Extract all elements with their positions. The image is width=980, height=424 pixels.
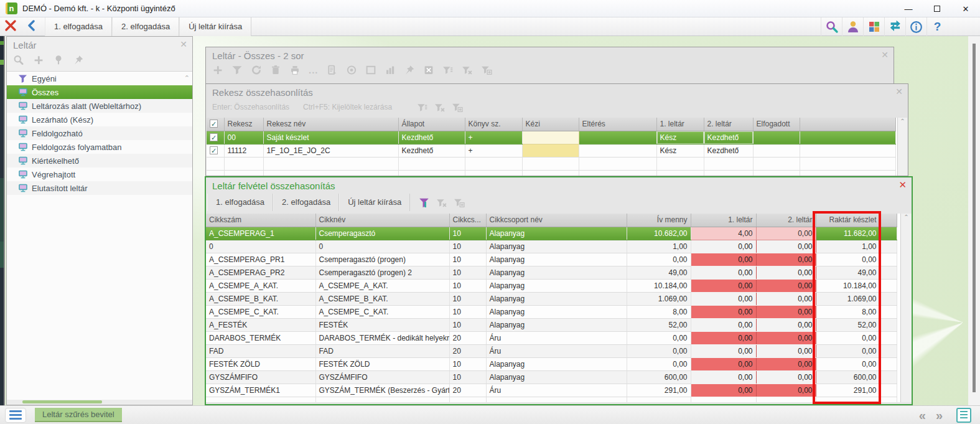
felvetel-cell[interactable]: 291,00 bbox=[816, 384, 880, 397]
add-icon[interactable] bbox=[212, 65, 223, 75]
felvetel-cell[interactable]: 4,00 bbox=[691, 227, 756, 240]
felvetel-cell[interactable]: FESTÉK ZÖLD bbox=[206, 357, 315, 370]
rekesz-cell[interactable] bbox=[800, 144, 895, 157]
felvetel-row[interactable]: A_CSEMPE_C_KAT.A_CSEMPE_C_KAT.10Alapanya… bbox=[206, 305, 897, 318]
delete-icon[interactable] bbox=[270, 65, 281, 75]
felvetel-cell[interactable]: 10 bbox=[449, 292, 486, 305]
page-prev-button[interactable]: « bbox=[919, 408, 926, 423]
felvetel-col-header[interactable]: Cikkcs... bbox=[449, 214, 486, 227]
rekesz-col-header[interactable]: 1. leltár bbox=[656, 118, 704, 131]
felvetel-cell[interactable]: 10 bbox=[449, 305, 486, 318]
felvetel-cell[interactable]: 0,00 bbox=[756, 279, 816, 292]
felvetel-cell[interactable]: 0,00 bbox=[691, 370, 756, 384]
filter-rows-icon[interactable] bbox=[417, 102, 428, 112]
felvetel-cell[interactable] bbox=[880, 305, 897, 318]
felvetel-cell[interactable]: FAD bbox=[315, 344, 449, 357]
toolbar-tab-2[interactable]: 2. elfogadása bbox=[112, 17, 179, 36]
felvetel-cell[interactable]: 20 bbox=[449, 384, 486, 397]
filter-add-icon[interactable] bbox=[454, 197, 465, 207]
apps-button[interactable] bbox=[863, 17, 884, 36]
felvetel-cell[interactable]: Alapanyag bbox=[486, 292, 627, 305]
felvetel-cell[interactable]: A_CSEMPERAG_1 bbox=[206, 227, 315, 240]
felvetel-cell[interactable]: 10 bbox=[449, 318, 486, 331]
felvetel-row[interactable]: A_CSEMPERAG_1Csemperagasztó10Alapanyag10… bbox=[206, 227, 897, 240]
felvetel-cell[interactable]: 0,00 bbox=[691, 384, 756, 397]
rekesz-select-all[interactable]: ✓ bbox=[207, 118, 224, 131]
felvetel-cell[interactable] bbox=[880, 227, 897, 240]
felvetel-cell[interactable]: 0 bbox=[206, 240, 315, 253]
felvetel-cell[interactable]: A_CSEMPE_A_KAT. bbox=[206, 279, 315, 292]
felvetel-col-header[interactable]: Cikknév bbox=[315, 214, 449, 227]
filter-icon[interactable] bbox=[231, 65, 243, 75]
felvetel-cell[interactable]: 20 bbox=[449, 331, 486, 344]
felvetel-cell[interactable]: 0,00 bbox=[691, 292, 756, 305]
felvetel-cell[interactable]: A_FESTÉK bbox=[206, 318, 315, 331]
window-icon[interactable] bbox=[365, 65, 376, 75]
rekesz-cell[interactable]: Kész bbox=[656, 131, 704, 144]
felvetel-col-header[interactable]: Cikkszám bbox=[206, 214, 315, 227]
felvetel-cell[interactable]: 52,00 bbox=[816, 318, 880, 331]
rekesz-vscrollbar[interactable]: ⌃ bbox=[897, 118, 907, 176]
felvetel-cell[interactable]: A_CSEMPERAG_PR1 bbox=[206, 253, 315, 266]
rekesz-cell[interactable]: Kezdhető bbox=[398, 144, 465, 157]
felvetel-cell[interactable]: DARABOS_TERMÉK - dedikált helyekr bbox=[315, 331, 449, 344]
filter-rows-icon[interactable] bbox=[442, 65, 454, 75]
felvetel-cell[interactable]: 0,00 bbox=[691, 305, 756, 318]
felvetel-cell[interactable]: Alapanyag bbox=[486, 279, 627, 292]
felvetel-cell[interactable]: 0,00 bbox=[756, 253, 816, 266]
felvetel-button-1[interactable]: 1. elfogadása bbox=[207, 194, 273, 211]
felvetel-cell[interactable]: 0,00 bbox=[816, 331, 880, 344]
sidebar-item-7[interactable]: Végrehajtott bbox=[7, 167, 192, 181]
felvetel-cell[interactable]: 52,00 bbox=[627, 318, 691, 331]
rekesz-cell[interactable] bbox=[800, 131, 895, 144]
felvetel-cell[interactable]: GYSZÁMFIFO bbox=[206, 370, 315, 384]
rekesz-cell[interactable] bbox=[753, 144, 800, 157]
info-button[interactable] bbox=[905, 17, 926, 36]
abort-button[interactable] bbox=[0, 19, 21, 34]
felvetel-cell[interactable] bbox=[880, 384, 897, 397]
maximize-button[interactable] bbox=[923, 0, 951, 17]
screen-vscrollbar[interactable] bbox=[968, 36, 980, 405]
felvetel-col-header[interactable]: Cikkcsoport név bbox=[486, 214, 627, 227]
filter-clear-icon[interactable] bbox=[436, 197, 447, 207]
felvetel-cell[interactable]: A_CSEMPE_C_KAT. bbox=[315, 305, 449, 318]
felvetel-cell[interactable]: 10.184,00 bbox=[627, 279, 691, 292]
felvetel-cell[interactable]: 10 bbox=[449, 370, 486, 384]
rekesz-scroll-up-icon[interactable]: ⌃ bbox=[900, 118, 905, 125]
felvetel-cell[interactable]: 0,00 bbox=[756, 331, 816, 344]
felvetel-cell[interactable]: 10 bbox=[449, 266, 486, 279]
felvetel-cell[interactable] bbox=[880, 370, 897, 384]
felvetel-cell[interactable]: 1.069,00 bbox=[627, 292, 691, 305]
sidebar-item-6[interactable]: Kiértékelhető bbox=[7, 154, 192, 167]
felvetel-cell[interactable]: 600,00 bbox=[627, 370, 691, 384]
felvetel-cell[interactable]: 0,00 bbox=[627, 357, 691, 370]
felvetel-col-header[interactable]: 1. leltár bbox=[691, 214, 756, 227]
rekesz-cell[interactable] bbox=[753, 131, 800, 144]
felvetel-cell[interactable] bbox=[880, 240, 897, 253]
rekesz-cell[interactable]: 11112 bbox=[224, 144, 263, 157]
felvetel-row[interactable]: A_CSEMPERAG_PR1Csemperagasztó (progen)10… bbox=[206, 253, 897, 266]
felvetel-cell[interactable]: Alapanyag bbox=[486, 253, 627, 266]
felvetel-button-2[interactable]: 2. elfogadása bbox=[273, 194, 339, 211]
felvetel-cell[interactable]: 0,00 bbox=[756, 357, 816, 370]
felvetel-cell[interactable]: Alapanyag bbox=[486, 227, 627, 240]
filter-clear-icon[interactable] bbox=[434, 102, 446, 112]
felvetel-cell[interactable]: 10 bbox=[449, 227, 486, 240]
felvetel-cell[interactable]: 20 bbox=[449, 344, 486, 357]
sidebar-hscrollbar[interactable] bbox=[7, 400, 192, 404]
felvetel-row[interactable]: DARABOS_TERMÉKDARABOS_TERMÉK - dedikált … bbox=[206, 331, 897, 344]
rekesz-col-header[interactable]: Rekesz név bbox=[263, 118, 398, 131]
toolbar-tab-3[interactable]: Új leltár kiírása bbox=[179, 17, 251, 36]
felvetel-cell[interactable]: 0,00 bbox=[756, 344, 816, 357]
sidebar-item-2[interactable]: Leltározás alatt (Webleltárhoz) bbox=[7, 99, 192, 113]
felvetel-cell[interactable] bbox=[880, 279, 897, 292]
sidebar-scroll-up-icon[interactable]: ⌃ bbox=[184, 74, 190, 82]
rekesz-close-icon[interactable]: ✕ bbox=[895, 87, 903, 96]
sidebar-close-icon[interactable]: ✕ bbox=[180, 40, 187, 49]
felvetel-cell[interactable]: 10.184,00 bbox=[816, 279, 880, 292]
toolbar-tab-1[interactable]: 1. elfogadása bbox=[45, 17, 112, 36]
felvetel-cell[interactable]: 0,00 bbox=[627, 344, 691, 357]
felvetel-cell[interactable]: Áru bbox=[486, 331, 627, 344]
rekesz-col-header[interactable]: Könyv sz. bbox=[465, 118, 522, 131]
print-icon[interactable] bbox=[289, 65, 301, 75]
